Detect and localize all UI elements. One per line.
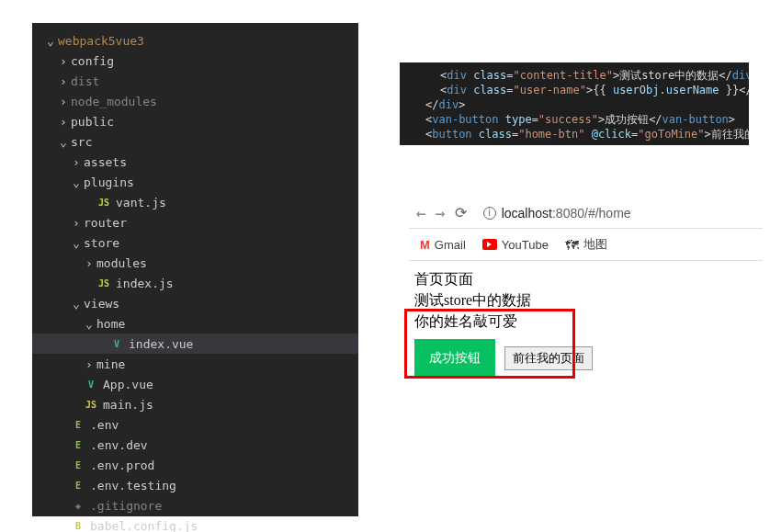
tree-label: home [96,317,125,331]
tree-item--env-testing[interactable]: E.env.testing [32,475,358,495]
tree-label: index.vue [129,337,193,351]
youtube-icon [482,239,497,250]
file-icon: B [71,518,85,532]
tree-item-index-js[interactable]: JSindex.js [32,273,358,293]
page-content: 首页页面 测试store中的数据 你的姓名敲可爱 成功按钮 前往我的页面 [409,261,763,391]
chevron-icon: › [58,74,69,88]
code-line: <div class="content-title">测试store中的数据</… [411,68,738,83]
tree-item-App-vue[interactable]: VApp.vue [32,374,358,394]
browser-window: ← → ⟳ i localhost:8080/#/home MGmail You… [409,198,763,391]
page-title: 首页页面 [414,270,757,289]
tree-label: .env.prod [90,458,154,472]
content-title: 测试store中的数据 [414,291,757,311]
tree-label: webpack5vue3 [58,34,144,48]
tree-label: assets [84,155,127,169]
tree-label: modules [96,256,147,270]
file-icon: JS [96,276,111,290]
tree-item-webpack5vue3[interactable]: ⌄webpack5vue3 [32,30,358,51]
code-line: <button class="home-btn" @click="goToMin… [411,127,738,141]
file-icon: JS [96,195,111,209]
tree-item-views[interactable]: ⌄views [32,293,358,313]
tree-item-public[interactable]: ›public [32,111,358,131]
tree-item-babel-config-js[interactable]: Bbabel.config.js [32,515,358,532]
tree-label: src [71,135,92,149]
tree-item--env[interactable]: E.env [32,414,358,435]
chevron-icon: ⌄ [58,135,69,149]
url-bar[interactable]: i localhost:8080/#/home [483,206,631,221]
tree-item-router[interactable]: ›router [32,212,358,232]
gmail-icon: M [420,238,430,252]
chevron-icon: › [71,216,82,230]
back-icon[interactable]: ← [416,203,426,222]
chevron-icon: › [84,256,95,270]
tree-label: router [84,216,127,230]
tree-label: index.js [116,277,174,290]
bookmark-youtube[interactable]: YouTube [482,238,549,252]
user-name: 你的姓名敲可爱 [414,312,757,332]
tree-item--env-prod[interactable]: E.env.prod [32,455,358,475]
goto-mine-button[interactable]: 前往我的页面 [504,346,593,370]
tree-item-mine[interactable]: ›mine [32,354,358,374]
chevron-icon: › [58,115,69,129]
tree-item-assets[interactable]: ›assets [32,152,358,172]
tree-label: node_modules [71,95,157,108]
tree-label: .env.dev [90,438,148,452]
file-icon: V [84,377,98,391]
chevron-icon: › [58,54,69,68]
chevron-icon: ⌄ [71,297,82,311]
tree-label: App.vue [103,378,153,391]
chevron-icon: ⌄ [71,175,82,189]
bookmarks-bar: MGmail YouTube 🗺地图 [409,229,763,261]
code-snippet: <div class="content-title">测试store中的数据</… [400,62,749,145]
browser-toolbar: ← → ⟳ i localhost:8080/#/home [409,198,763,229]
tree-item-src[interactable]: ⌄src [32,131,358,152]
code-line: <van-button type="success">成功按钮</van-but… [411,112,738,127]
tree-item-dist[interactable]: ›dist [32,71,358,91]
info-icon: i [483,207,496,220]
reload-icon[interactable]: ⟳ [455,204,467,221]
forward-icon[interactable]: → [436,203,446,222]
tree-item-plugins[interactable]: ⌄plugins [32,172,358,192]
code-line: <div class="user-name">{{ userObj.userNa… [411,83,738,97]
tree-label: main.js [103,398,153,412]
chevron-icon: › [84,357,95,371]
tree-label: dist [71,74,99,88]
file-icon: E [71,458,85,472]
chevron-icon: ⌄ [71,236,82,250]
file-explorer: ⌄webpack5vue3›config›dist›node_modules›p… [32,23,358,516]
maps-icon: 🗺 [565,237,579,253]
file-icon: JS [84,397,98,412]
chevron-icon: ⌄ [84,317,95,331]
tree-item-main-js[interactable]: JSmain.js [32,394,358,414]
chevron-icon: ⌄ [45,34,56,48]
file-icon: E [71,417,85,432]
chevron-icon: › [58,95,69,108]
tree-item-config[interactable]: ›config [32,51,358,71]
tree-label: store [84,236,119,250]
tree-item--gitignore[interactable]: ◈.gitignore [32,495,358,515]
tree-item-vant-js[interactable]: JSvant.js [32,192,358,212]
tree-label: views [84,297,119,311]
bookmark-gmail[interactable]: MGmail [420,238,466,252]
tree-label: public [71,115,114,129]
url-text: localhost:8080/#/home [502,206,631,221]
bookmark-maps[interactable]: 🗺地图 [565,236,607,253]
tree-item-modules[interactable]: ›modules [32,253,358,273]
tree-item-home[interactable]: ⌄home [32,313,358,334]
tree-label: vant.js [116,196,166,209]
file-icon: V [109,336,124,351]
tree-label: babel.config.js [90,519,198,533]
tree-item--env-dev[interactable]: E.env.dev [32,435,358,455]
tree-item-node-modules[interactable]: ›node_modules [32,91,358,111]
tree-label: mine [96,357,125,371]
tree-label: config [71,54,114,68]
tree-item-index-vue[interactable]: Vindex.vue [32,334,358,354]
file-icon: ◈ [71,498,85,513]
success-button[interactable]: 成功按钮 [414,339,495,378]
chevron-icon: › [71,155,82,169]
tree-label: plugins [84,175,134,189]
code-line: </div> [411,97,738,112]
tree-item-store[interactable]: ⌄store [32,232,358,253]
tree-label: .env.testing [90,479,176,492]
file-icon: E [71,478,85,492]
